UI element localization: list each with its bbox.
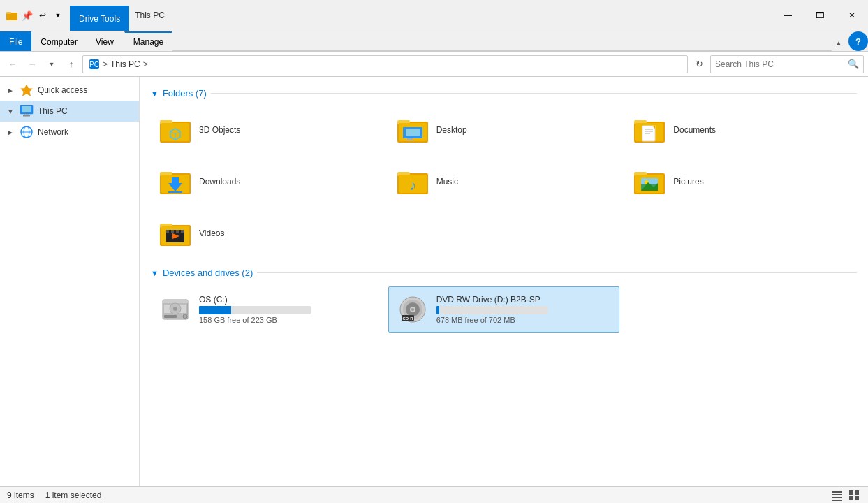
sidebar-item-quick-access[interactable]: ► Quick access (0, 80, 139, 101)
drives-section-header[interactable]: ▼ Devices and drives (2) (151, 268, 857, 278)
folder-item-desktop[interactable]: Desktop (388, 107, 620, 153)
folder-item-pictures[interactable]: Pictures (625, 159, 857, 205)
svg-point-71 (411, 308, 414, 311)
large-icons-view-button[interactable] (847, 488, 861, 502)
current-path: This PC (110, 59, 140, 69)
svg-rect-39 (168, 191, 182, 193)
ribbon: File Computer View Manage ▲ ? (0, 31, 868, 52)
svg-point-66 (173, 307, 177, 311)
svg-rect-62 (164, 315, 177, 318)
drive-item-os-c[interactable]: OS (C:) 158 GB free of 223 GB (151, 286, 383, 333)
folder-item-music[interactable]: ♪ Music (388, 159, 620, 205)
svg-rect-79 (855, 490, 859, 495)
folder-downloads-label: Downloads (199, 177, 240, 187)
drives-section-label: Devices and drives (2) (163, 268, 253, 278)
status-bar: 9 items 1 item selected (0, 486, 868, 503)
folder-icon[interactable] (6, 9, 18, 22)
maximize-button[interactable]: 🗖 (804, 0, 836, 31)
back-button[interactable]: ← (4, 56, 21, 73)
folder-item-downloads[interactable]: Downloads (151, 159, 383, 205)
folder-desktop-label: Desktop (436, 125, 467, 135)
drives-divider (257, 272, 857, 273)
sidebar-item-network[interactable]: ► Network (0, 122, 139, 143)
folder-music-icon: ♪ (396, 165, 429, 198)
svg-marker-4 (21, 85, 33, 96)
network-icon (20, 125, 34, 139)
folders-grid: 3D Objects Desktop (151, 107, 857, 256)
drives-chevron-icon: ▼ (151, 269, 159, 277)
folder-documents-icon (633, 113, 666, 147)
svg-rect-77 (832, 500, 842, 501)
drive-os-c-bar-bg (199, 306, 311, 314)
refresh-button[interactable]: ↻ (691, 56, 707, 73)
pin-icon[interactable]: 📌 (21, 9, 34, 22)
ribbon-collapse-btn[interactable]: ▲ (832, 34, 846, 51)
details-view-button[interactable] (830, 488, 844, 502)
tab-file[interactable]: File (0, 31, 31, 51)
drives-grid: OS (C:) 158 GB free of 223 GB (151, 286, 857, 333)
drive-dvd-d-info: DVD RW Drive (D:) B2B-SP 678 MB free of … (436, 295, 612, 324)
folders-section-header[interactable]: ▼ Folders (7) (151, 88, 857, 99)
svg-rect-26 (406, 129, 420, 136)
svg-text:♪: ♪ (409, 177, 416, 193)
svg-rect-76 (832, 497, 842, 498)
tab-manage[interactable]: Manage (124, 31, 172, 51)
svg-rect-8 (23, 115, 30, 117)
ribbon-tabs: File Computer View Manage ▲ ? (0, 31, 868, 51)
folders-chevron-icon: ▼ (151, 89, 159, 98)
folder-videos-label: Videos (199, 228, 224, 238)
window-controls: — 🗖 ✕ (772, 0, 868, 31)
folders-section-label: Folders (7) (163, 88, 207, 99)
folders-divider (211, 93, 857, 94)
svg-rect-81 (855, 496, 859, 500)
svg-rect-24 (407, 138, 413, 140)
items-count: 9 items (7, 490, 34, 500)
drive-cd-icon: CD-R (396, 293, 429, 326)
drive-item-dvd-d[interactable]: CD-R DVD RW Drive (D:) B2B-SP 678 MB fre… (388, 286, 620, 333)
folder-item-documents[interactable]: Documents (625, 107, 857, 153)
search-box[interactable]: 🔍 (710, 55, 864, 73)
svg-rect-56 (166, 230, 169, 233)
close-button[interactable]: ✕ (836, 0, 868, 31)
dropdown-icon[interactable]: ▼ (52, 9, 64, 22)
svg-rect-58 (176, 230, 179, 233)
svg-rect-6 (22, 106, 31, 112)
address-path[interactable]: PC > This PC > (82, 55, 688, 73)
recent-locations-button[interactable]: ▼ (43, 56, 60, 73)
folder-item-videos[interactable]: Videos (151, 210, 383, 256)
drive-os-c-size: 158 GB free of 223 GB (199, 316, 375, 324)
drive-dvd-d-size: 678 MB free of 702 MB (436, 316, 612, 324)
tab-view[interactable]: View (87, 31, 123, 51)
svg-rect-25 (406, 140, 414, 140)
sidebar-item-this-pc[interactable]: ▼ This PC (0, 101, 139, 122)
tab-computer[interactable]: Computer (31, 31, 87, 51)
folder-videos-icon (159, 217, 192, 250)
sidebar-label-this-pc: This PC (38, 106, 68, 116)
forward-button[interactable]: → (24, 56, 41, 73)
folder-item-3d-objects[interactable]: 3D Objects (151, 107, 383, 153)
sidebar: ► Quick access ▼ This PC ► Network (0, 77, 140, 486)
window-title: This PC (129, 0, 772, 31)
search-input[interactable] (715, 59, 848, 69)
folder-downloads-icon (159, 165, 192, 198)
folder-pictures-icon (633, 165, 666, 198)
minimize-button[interactable]: — (772, 0, 804, 31)
drive-dvd-d-bar-bg (436, 306, 548, 314)
up-button[interactable]: ↑ (63, 56, 80, 73)
drive-os-c-info: OS (C:) 158 GB free of 223 GB (199, 295, 375, 324)
undo-icon[interactable]: ↩ (36, 9, 49, 22)
expand-this-pc-icon: ▼ (6, 106, 15, 116)
folder-3d-objects-label: 3D Objects (199, 125, 240, 135)
svg-rect-78 (849, 490, 853, 495)
view-controls (830, 488, 861, 502)
quick-access-icon (20, 83, 34, 97)
help-button[interactable]: ? (848, 31, 868, 51)
drive-os-c-name: OS (C:) (199, 295, 375, 305)
search-icon: 🔍 (848, 59, 859, 69)
title-bar: 📌 ↩ ▼ Drive Tools This PC — 🗖 ✕ (0, 0, 868, 31)
tab-drive-tools[interactable]: Drive Tools (70, 6, 129, 31)
drive-dvd-d-name: DVD RW Drive (D:) B2B-SP (436, 295, 612, 305)
drive-os-c-bar-fill (199, 306, 231, 314)
svg-rect-80 (849, 496, 853, 500)
expand-quick-access-icon: ► (6, 85, 15, 95)
